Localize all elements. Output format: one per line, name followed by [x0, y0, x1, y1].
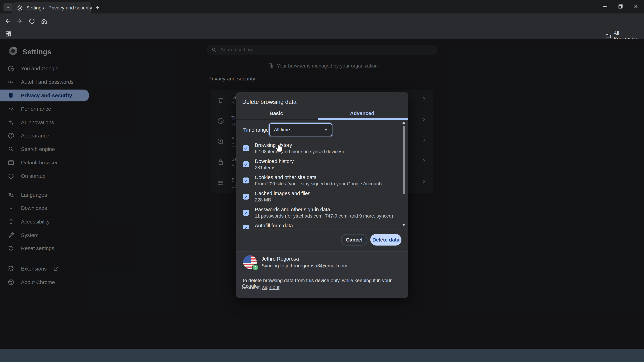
sync-badge-icon: [252, 264, 259, 271]
mouse-cursor-hand: [274, 143, 284, 153]
cancel-label: Cancel: [346, 237, 362, 243]
delete-data-button[interactable]: Delete data: [370, 234, 402, 246]
item-sub: 6,108 items (and more on synced devices): [255, 149, 344, 154]
item-label[interactable]: Cookies and other site data: [255, 175, 316, 180]
browser-toolbar: Chrome chrome://settings/clearBrowserDat…: [0, 13, 644, 29]
time-range-label: Time range: [243, 127, 269, 133]
checkbox-browsing-history[interactable]: [243, 145, 249, 151]
delete-data-label: Delete data: [372, 237, 400, 243]
item-label[interactable]: Browsing history: [255, 142, 292, 148]
bookmarks-divider: [600, 31, 600, 37]
checkbox-cached-images[interactable]: [243, 194, 249, 200]
scroll-down-icon[interactable]: [402, 224, 406, 226]
home-icon[interactable]: [41, 18, 48, 24]
time-range-select[interactable]: All time: [269, 123, 332, 136]
tab-basic[interactable]: Basic: [270, 110, 283, 116]
checkbox-cookies[interactable]: [243, 177, 249, 183]
checkbox-download-history[interactable]: [243, 161, 249, 167]
cancel-button[interactable]: Cancel: [341, 234, 368, 246]
dialog-footer-divider: [236, 229, 408, 229]
account-sync-status: Syncing to jethroregorosa3@gmail.com: [262, 263, 348, 269]
forward-icon[interactable]: [16, 18, 23, 24]
item-label[interactable]: Passwords and other sign-in data: [255, 207, 330, 212]
account-footer: Jethro Regorosa Syncing to jethroregoros…: [236, 251, 408, 298]
checkbox-passwords[interactable]: [243, 210, 249, 216]
dropdown-caret-icon: [324, 129, 328, 131]
bookmarks-bar: All Bookmarks: [0, 29, 644, 39]
item-sub: 228 MB: [255, 197, 271, 203]
footer-inner-divider: [242, 273, 402, 273]
signout-note-line2: Account, sign out.: [242, 285, 281, 290]
sign-out-link[interactable]: sign out: [262, 285, 280, 290]
close-button[interactable]: [630, 0, 642, 13]
note-prefix: Account,: [242, 285, 262, 290]
item-label[interactable]: Cached images and files: [255, 191, 310, 196]
item-sub: From 200 sites (you'll stay signed in to…: [255, 181, 382, 187]
folder-icon: [605, 33, 611, 39]
back-icon[interactable]: [4, 18, 11, 24]
apps-grid-icon[interactable]: [5, 30, 12, 37]
item-label[interactable]: Autofill form data: [255, 223, 293, 229]
item-sub: 281 items: [255, 165, 275, 170]
desktop: Settings - Privacy and security × + Chro…: [0, 0, 644, 362]
windows-taskbar: 26°C Mostly cloudy ENG 3:17 pm 16/10/202…: [0, 349, 644, 362]
account-name: Jethro Regorosa: [262, 256, 299, 262]
tab-bar: Settings - Privacy and security × +: [0, 0, 644, 13]
item-sub: 11 passwords (for ytachads.com, 747-9.co…: [255, 213, 393, 219]
dialog-title: Delete browsing data: [242, 99, 296, 105]
item-label[interactable]: Download history: [255, 158, 294, 164]
time-range-value: All time: [274, 127, 290, 133]
scroll-up-icon[interactable]: [402, 122, 406, 124]
reload-icon[interactable]: [28, 18, 35, 24]
chevron-down-icon: [6, 5, 10, 9]
tab-advanced[interactable]: Advanced: [350, 110, 374, 116]
delete-browsing-data-dialog: Delete browsing data Basic Advanced Time…: [236, 92, 408, 297]
tab-search-button[interactable]: [4, 3, 12, 11]
new-tab-button[interactable]: +: [96, 3, 100, 12]
active-tab-underline: [318, 118, 408, 120]
dialog-scroll-area: Time range All time Browsing history 6,1…: [236, 120, 408, 229]
browser-tab[interactable]: Settings - Privacy and security ×: [12, 2, 91, 13]
note-suffix: .: [280, 285, 281, 290]
restore-button[interactable]: [614, 0, 627, 13]
checkbox-autofill[interactable]: [243, 225, 249, 229]
dialog-scrollbar-thumb[interactable]: [403, 126, 405, 194]
minimize-button[interactable]: [598, 0, 611, 13]
settings-gear-icon: [17, 5, 23, 11]
tab-close-icon[interactable]: ×: [81, 5, 84, 11]
